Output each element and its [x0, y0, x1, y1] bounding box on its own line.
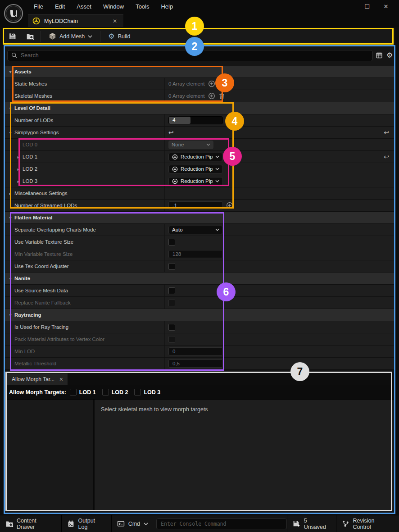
search-row: Search ⚙: [4, 49, 395, 62]
slider-value: 4: [172, 117, 175, 123]
expander-down-icon[interactable]: ▾: [6, 215, 14, 220]
property-label: LOD 2: [23, 166, 37, 172]
expander-down-icon[interactable]: ▾: [6, 313, 14, 318]
property-text-input[interactable]: -1: [168, 201, 223, 209]
property-row: ▸LOD 1Reduction Pipeline↩: [4, 151, 395, 163]
search-icon: [11, 52, 18, 59]
save-button[interactable]: [4, 28, 21, 44]
property-label: Assets: [14, 69, 32, 74]
menu-item-window[interactable]: Window: [97, 0, 130, 14]
property-row: ▸Use Tex Coord Adjuster: [4, 260, 395, 273]
expander-right-icon[interactable]: ▸: [14, 179, 23, 184]
lod-pipeline-dropdown[interactable]: Reduction Pipeline: [168, 177, 223, 186]
morph-targets-panel: Allow Morph Tar... ✕ Allow Morph Targets…: [6, 373, 394, 510]
content-drawer-icon: [5, 520, 13, 527]
expander-right-icon[interactable]: ▸: [14, 167, 23, 172]
menu-item-file[interactable]: File: [28, 0, 49, 14]
browse-to-asset-button[interactable]: [21, 28, 39, 44]
expander-right-icon[interactable]: ▸: [14, 155, 23, 159]
output-log-button[interactable]: Output Log: [62, 515, 111, 532]
output-log-icon: [67, 520, 75, 527]
maximize-button[interactable]: ☐: [358, 0, 376, 14]
property-value: [164, 321, 395, 333]
revision-control-button[interactable]: Revision Control: [336, 515, 399, 532]
details-panel: Search ⚙ ▾Assets▸Static Meshes0 Array el…: [4, 45, 395, 514]
unsaved-floppy-icon: [293, 520, 300, 527]
cmd-label: Cmd: [128, 521, 140, 527]
clear-array-icon[interactable]: [218, 81, 225, 87]
property-row: ▸Pack Material Attributes to Vertex Colo…: [4, 333, 395, 346]
unsaved-label: 5 Unsaved: [304, 518, 331, 530]
console-command-input[interactable]: Enter Console Command: [156, 518, 287, 529]
add-array-element-icon[interactable]: [208, 92, 215, 100]
property-row: ▸Separate Overlapping Charts ModeAuto: [4, 224, 395, 236]
reset-to-default-icon[interactable]: ↩: [384, 154, 389, 160]
property-label: Static Meshes: [14, 81, 47, 86]
property-label: Number of Streamed LODs: [14, 203, 77, 208]
expander-down-icon[interactable]: ▾: [6, 276, 14, 281]
output-log-label: Output Log: [78, 518, 106, 530]
property-label: LOD 3: [23, 178, 37, 184]
allow-morph-targets-label: Allow Morph Targets:: [9, 389, 66, 396]
dropdown-value: Reduction Pipeline: [181, 166, 213, 172]
detail-settings-gear-icon[interactable]: ⚙: [386, 52, 393, 59]
property-label: Level Of Detail: [14, 105, 50, 111]
property-checkbox[interactable]: [168, 287, 175, 294]
lod-chain-asset-icon: [32, 17, 40, 25]
morph-target-list[interactable]: [6, 400, 95, 510]
property-checkbox[interactable]: [168, 239, 175, 246]
morph-tab-label: Allow Morph Tar...: [12, 376, 54, 382]
cmd-button[interactable]: Cmd: [112, 515, 154, 532]
property-row: ▸Static Meshes0 Array element: [4, 78, 395, 90]
charts-mode-dropdown[interactable]: Auto: [168, 226, 223, 234]
menu-item-edit[interactable]: Edit: [49, 0, 71, 14]
asset-tab-mylodchain[interactable]: MyLODChain ✕: [28, 14, 123, 27]
search-input[interactable]: Search: [7, 50, 373, 61]
expander-down-icon[interactable]: ▾: [6, 69, 14, 74]
morph-targets-tab[interactable]: Allow Morph Tar... ✕: [7, 373, 68, 385]
display-filter-icon[interactable]: [376, 52, 383, 59]
content-drawer-button[interactable]: Content Drawer: [0, 515, 61, 532]
number-of-lods-slider[interactable]: 4: [168, 116, 223, 124]
expander-right-icon[interactable]: ▸: [6, 191, 14, 196]
lod-pipeline-dropdown[interactable]: Reduction Pipeline: [168, 153, 223, 161]
property-checkbox: [168, 336, 175, 343]
property-checkbox[interactable]: [168, 324, 175, 331]
content-drawer-label: Content Drawer: [17, 518, 56, 530]
status-bar: Content Drawer Output Log: [0, 515, 399, 532]
menu-item-help[interactable]: Help: [155, 0, 179, 14]
reset-to-default-icon[interactable]: ↩: [384, 129, 389, 136]
morph-lod-checkbox[interactable]: [102, 389, 109, 396]
expander-down-icon[interactable]: ▾: [6, 130, 14, 135]
expander-down-icon[interactable]: ▾: [6, 106, 14, 111]
property-value: 0 Array element: [164, 78, 395, 90]
property-row: ▸Replace Nanite Fallback: [4, 297, 395, 309]
property-value: [164, 187, 395, 199]
input-value: 128: [172, 251, 181, 257]
increment-icon[interactable]: [226, 202, 233, 209]
search-placeholder: Search: [21, 52, 39, 59]
menu-item-tools[interactable]: Tools: [130, 0, 155, 14]
add-mesh-button[interactable]: Add Mesh: [43, 28, 98, 44]
build-button[interactable]: ⚙ Build: [102, 28, 136, 44]
property-value: Reduction Pipeline: [164, 175, 395, 187]
clear-array-icon[interactable]: [218, 93, 225, 100]
dropdown-value: None: [172, 142, 204, 147]
minimize-button[interactable]: —: [339, 0, 358, 14]
add-array-element-icon[interactable]: [208, 80, 215, 87]
unsaved-button[interactable]: 5 Unsaved: [287, 515, 336, 532]
reset-to-default-icon[interactable]: ↩: [168, 129, 174, 136]
morph-lod-checkbox[interactable]: [70, 389, 77, 396]
close-button[interactable]: ✕: [376, 0, 395, 14]
tab-title: MyLODChain: [44, 18, 111, 24]
property-value: [164, 236, 395, 248]
menu-item-asset[interactable]: Asset: [71, 0, 97, 14]
tab-close-icon[interactable]: ✕: [111, 17, 119, 25]
lod-pipeline-dropdown[interactable]: Reduction Pipeline: [168, 165, 223, 173]
toolbar-separator: [100, 31, 100, 42]
input-value: 0: [172, 349, 175, 354]
morph-tab-close-icon[interactable]: ✕: [59, 377, 63, 382]
property-value: 0,5: [164, 358, 395, 369]
morph-lod-checkbox[interactable]: [134, 389, 141, 396]
property-checkbox[interactable]: [168, 263, 175, 270]
